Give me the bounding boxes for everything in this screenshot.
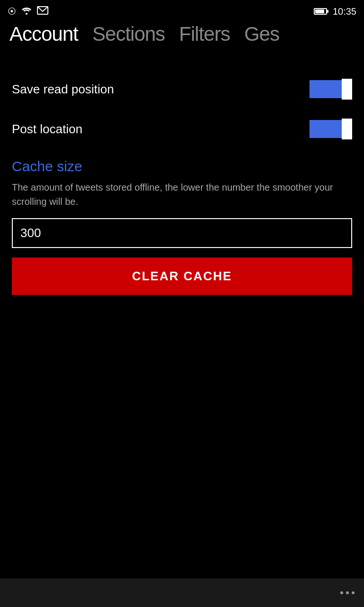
save-read-position-toggle[interactable] bbox=[309, 79, 352, 100]
svg-point-0 bbox=[26, 13, 27, 15]
post-location-row: Post location bbox=[12, 109, 352, 149]
nav-dot-1 bbox=[340, 591, 343, 594]
nav-dot-3 bbox=[352, 591, 355, 594]
tab-filters[interactable]: Filters bbox=[179, 23, 230, 50]
status-icons: ⦿ bbox=[8, 6, 48, 18]
cache-size-input[interactable] bbox=[12, 218, 352, 248]
bottom-bar bbox=[0, 579, 364, 607]
tab-gestures[interactable]: Ges bbox=[244, 23, 279, 50]
clock: 10:35 bbox=[333, 6, 356, 17]
post-location-label: Post location bbox=[12, 122, 82, 137]
tab-sections[interactable]: Sections bbox=[92, 23, 165, 50]
save-read-position-row: Save read position bbox=[12, 69, 352, 109]
toggle-on-2 bbox=[309, 120, 342, 138]
post-location-toggle[interactable] bbox=[309, 119, 352, 139]
toggle-track-2 bbox=[309, 119, 352, 139]
toggle-track-1 bbox=[309, 79, 352, 100]
status-bar: ⦿ 10:35 bbox=[0, 0, 364, 23]
toggle-off-1 bbox=[342, 79, 352, 100]
clear-cache-button[interactable]: CLEAR CACHE bbox=[12, 258, 352, 295]
toggle-on-1 bbox=[309, 80, 342, 98]
tab-account[interactable]: Account bbox=[9, 23, 78, 50]
status-right: 10:35 bbox=[314, 6, 356, 17]
message-icon bbox=[37, 6, 48, 17]
tab-navigation: Account Sections Filters Ges bbox=[0, 23, 364, 50]
app-icon: ⦿ bbox=[8, 7, 16, 17]
main-content: Save read position Post location Cache s… bbox=[0, 64, 364, 295]
cache-size-section: Cache size The amount of tweets stored o… bbox=[12, 158, 352, 295]
nav-dot-2 bbox=[346, 591, 349, 594]
save-read-position-label: Save read position bbox=[12, 82, 114, 97]
cache-size-header: Cache size bbox=[12, 158, 352, 175]
wifi-icon bbox=[21, 6, 32, 18]
cache-size-description: The amount of tweets stored offline, the… bbox=[12, 180, 352, 209]
battery-indicator bbox=[314, 8, 327, 15]
toggle-off-2 bbox=[342, 119, 352, 139]
